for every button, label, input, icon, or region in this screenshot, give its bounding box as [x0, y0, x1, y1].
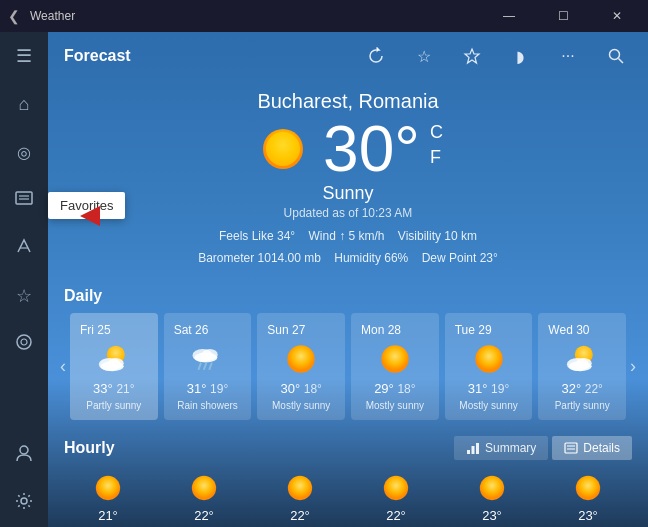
hourly-item: 21° [64, 472, 152, 521]
svg-point-9 [610, 50, 620, 60]
daily-card-temps: 33° 21° [93, 381, 134, 396]
daily-card[interactable]: Fri 25 33° 21° Partly sunny [70, 313, 158, 420]
daily-card-day: Fri 25 [80, 323, 111, 337]
sidebar-item-favorites[interactable]: ☆ [0, 272, 48, 320]
sidebar-item-menu[interactable]: ☰ [0, 32, 48, 80]
unit-c[interactable]: C [430, 120, 443, 145]
hourly-icon [476, 472, 508, 504]
maps-icon: ◎ [17, 143, 31, 162]
svg-point-5 [21, 339, 27, 345]
daily-left-arrow[interactable]: ‹ [56, 348, 70, 385]
svg-point-38 [288, 476, 312, 500]
refresh-icon[interactable] [360, 40, 392, 72]
summary-tab[interactable]: Summary [454, 436, 548, 460]
daily-card-desc: Partly sunny [86, 400, 141, 412]
theme-icon[interactable]: ◗ [504, 40, 536, 72]
svg-rect-33 [565, 443, 577, 453]
daily-card[interactable]: Mon 28 29° 18° Mostly sunny [351, 313, 439, 420]
svg-rect-0 [16, 192, 32, 204]
hourly-temp: 22° [386, 508, 406, 523]
daily-card-desc: Partly sunny [555, 400, 610, 412]
hourly-icon [380, 472, 412, 504]
daily-card-icon [564, 341, 600, 377]
details-tab[interactable]: Details [552, 436, 632, 460]
unit-f[interactable]: F [430, 145, 443, 170]
dew-point: Dew Point 23° [422, 251, 498, 265]
svg-point-25 [475, 346, 502, 373]
daily-card-day: Tue 29 [455, 323, 492, 337]
daily-card[interactable]: Wed 30 32° 22° Partly sunny [538, 313, 626, 420]
details-tab-label: Details [583, 441, 620, 455]
toolbar: Forecast ☆ ◗ ··· [48, 32, 648, 80]
daily-card-desc: Mostly sunny [272, 400, 330, 412]
daily-card-day: Mon 28 [361, 323, 401, 337]
hourly-icon [188, 472, 220, 504]
svg-line-10 [619, 59, 624, 64]
settings-icon [14, 491, 34, 515]
daily-card-desc: Mostly sunny [459, 400, 517, 412]
svg-point-4 [17, 335, 31, 349]
daily-card-day: Wed 30 [548, 323, 589, 337]
sidebar-item-settings[interactable] [0, 479, 48, 527]
daily-scroll: ‹ Fri 25 33° 21° Partly sunny Sat 26 [48, 313, 648, 420]
pin-icon[interactable] [456, 40, 488, 72]
svg-point-29 [569, 361, 592, 371]
summary-tab-label: Summary [485, 441, 536, 455]
favorites-icon: ☆ [16, 285, 32, 307]
search-icon[interactable] [600, 40, 632, 72]
hourly-temp: 23° [578, 508, 598, 523]
minimize-button[interactable]: — [486, 0, 532, 32]
sidebar: ☰ ⌂ ◎ ☆ [0, 32, 48, 527]
city-name: Bucharest, Romania [257, 90, 438, 113]
daily-card[interactable]: Sun 27 30° 18° Mostly sunny [257, 313, 345, 420]
menu-icon: ☰ [16, 45, 32, 67]
svg-line-20 [198, 364, 200, 370]
sidebar-item-account[interactable] [0, 431, 48, 479]
window-controls: — ☐ ✕ [486, 0, 640, 32]
close-button[interactable]: ✕ [594, 0, 640, 32]
hourly-item: 22° [256, 472, 344, 521]
svg-point-36 [96, 476, 120, 500]
daily-cards: Fri 25 33° 21° Partly sunny Sat 26 [70, 313, 626, 420]
temperature: 30° [323, 117, 420, 181]
daily-card-temps: 29° 18° [374, 381, 415, 396]
temp-row: 30° C F [253, 117, 443, 181]
update-time: Updated as of 10:23 AM [284, 206, 413, 220]
svg-point-19 [194, 353, 217, 363]
svg-rect-30 [467, 450, 470, 454]
sidebar-item-maps[interactable]: ◎ [0, 128, 48, 176]
maximize-button[interactable]: ☐ [540, 0, 586, 32]
svg-line-21 [204, 364, 206, 370]
toolbar-icons: ☆ ◗ ··· [360, 40, 632, 72]
hourly-row: 21° 22° 22 [48, 466, 648, 527]
more-icon[interactable]: ··· [552, 40, 584, 72]
radar-icon [14, 236, 34, 260]
svg-point-39 [384, 476, 408, 500]
home-icon: ⌂ [19, 94, 30, 115]
svg-point-16 [101, 361, 124, 371]
sidebar-item-radar[interactable] [0, 224, 48, 272]
daily-right-arrow[interactable]: › [626, 348, 640, 385]
app-body: ☰ ⌂ ◎ ☆ [0, 32, 648, 527]
hourly-temp: 23° [482, 508, 502, 523]
sidebar-item-historical[interactable] [0, 320, 48, 368]
svg-point-12 [266, 132, 300, 166]
app-title: Weather [30, 9, 486, 23]
barometer: Barometer 1014.00 mb [198, 251, 321, 265]
back-button[interactable]: ❮ [8, 8, 20, 24]
daily-card-desc: Mostly sunny [366, 400, 424, 412]
page-title: Forecast [64, 47, 360, 65]
daily-card-temps: 31° 19° [468, 381, 509, 396]
hourly-icon [284, 472, 316, 504]
daily-card-icon [471, 341, 507, 377]
sidebar-item-home[interactable]: ⌂ [0, 80, 48, 128]
daily-card-day: Sun 27 [267, 323, 305, 337]
sidebar-item-news[interactable] [0, 176, 48, 224]
favorite-icon[interactable]: ☆ [408, 40, 440, 72]
daily-card[interactable]: Sat 26 31° 19° Rain showers [164, 313, 252, 420]
daily-card[interactable]: Tue 29 31° 19° Mostly sunny [445, 313, 533, 420]
svg-line-22 [209, 364, 211, 370]
svg-point-6 [20, 446, 28, 454]
daily-section-title: Daily [48, 277, 648, 313]
svg-point-41 [576, 476, 600, 500]
